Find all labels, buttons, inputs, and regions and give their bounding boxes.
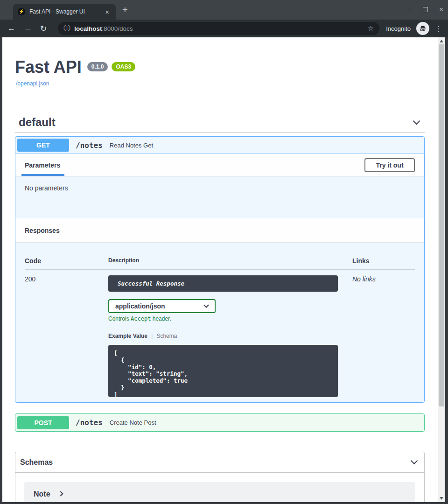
schemas-title: Schemas <box>20 458 53 467</box>
window-minimize-button[interactable]: – <box>408 5 412 14</box>
bookmark-star-icon[interactable]: ☆ <box>368 24 374 33</box>
incognito-icon <box>416 22 429 35</box>
responses-header: Responses <box>15 218 424 242</box>
window-close-button[interactable]: × <box>439 5 443 14</box>
media-type-select[interactable]: application/json <box>108 299 216 313</box>
scroll-down-arrow-icon[interactable] <box>440 497 443 500</box>
get-summary-row[interactable]: GET /notes Read Notes Get <box>15 137 424 154</box>
url-host: localhost <box>74 25 102 32</box>
forward-button[interactable]: → <box>24 24 32 33</box>
fastapi-favicon-bolt-icon: ⚡ <box>18 8 25 15</box>
api-title: Fast API <box>15 58 82 77</box>
scrollbar-thumb[interactable] <box>439 44 444 406</box>
chevron-down-icon[interactable] <box>411 457 418 465</box>
example-json-block: [ { "id": 0, "text": "string", "complete… <box>108 345 338 397</box>
post-path: /notes <box>76 418 103 427</box>
schemas-section: Schemas Note <box>15 452 425 502</box>
post-method-button[interactable]: POST <box>17 416 69 429</box>
no-links-text: No links <box>338 275 415 397</box>
browser-menu-kebab-icon[interactable]: ⋮ <box>435 24 442 33</box>
parameters-active-tab-underline <box>21 174 64 176</box>
parameters-header: Parameters Try it out <box>15 154 424 176</box>
get-method-button[interactable]: GET <box>17 139 69 152</box>
get-path: /notes <box>76 141 103 150</box>
browser-tab[interactable]: ⚡ Fast API - Swagger UI × <box>13 4 116 20</box>
tab-divider: | <box>151 332 153 339</box>
schemas-header[interactable]: Schemas <box>15 452 424 473</box>
accept-header-note: Controls Accept header. <box>108 315 338 322</box>
address-bar[interactable]: ⓘ localhost :8000/docs ☆ <box>58 22 379 35</box>
opblock-get-notes: GET /notes Read Notes Get Parameters Try… <box>15 136 425 403</box>
page-scrollbar[interactable] <box>438 37 445 502</box>
back-button[interactable]: ← <box>7 24 15 33</box>
chevron-right-icon[interactable] <box>58 491 63 496</box>
column-code: Code <box>25 257 108 265</box>
post-summary: Create Note Post <box>110 419 156 426</box>
swagger-page: Fast API 0.1.0 OAS3 /openapi.json defaul… <box>2 37 438 502</box>
browser-tab-strip: ⚡ Fast API - Swagger UI × + – × <box>0 0 448 20</box>
chevron-down-icon[interactable] <box>413 117 420 125</box>
openapi-spec-link[interactable]: /openapi.json <box>16 80 49 87</box>
get-summary: Read Notes Get <box>110 142 153 149</box>
column-description: Description <box>108 257 338 265</box>
responses-table-header: Code Description Links <box>25 249 415 270</box>
tag-section-default[interactable]: default <box>15 112 425 133</box>
model-note[interactable]: Note <box>24 482 415 502</box>
column-links: Links <box>338 257 415 265</box>
url-path: :8000/docs <box>102 25 133 32</box>
parameters-title: Parameters <box>25 161 60 169</box>
post-summary-row[interactable]: POST /notes Create Note Post <box>15 414 424 431</box>
response-code: 200 <box>25 275 108 397</box>
tab-title: Fast API - Swagger UI <box>29 8 103 15</box>
version-badge: 0.1.0 <box>87 62 108 71</box>
tag-name: default <box>19 116 56 129</box>
no-parameters-message: No parameters <box>25 184 68 192</box>
reload-button[interactable]: ↻ <box>40 24 47 34</box>
responses-title: Responses <box>25 227 60 234</box>
browser-toolbar: ← → ↻ ⓘ localhost :8000/docs ☆ Incognito… <box>0 20 448 37</box>
opblock-post-notes: POST /notes Create Note Post <box>15 413 425 432</box>
scroll-up-arrow-icon[interactable] <box>440 40 443 42</box>
incognito-label: Incognito <box>386 25 411 32</box>
window-maximize-button[interactable] <box>423 7 428 12</box>
new-tab-button[interactable]: + <box>122 5 128 15</box>
oas3-badge: OAS3 <box>112 62 135 71</box>
page-info-icon[interactable]: ⓘ <box>63 24 70 33</box>
tab-schema[interactable]: Schema <box>156 333 177 339</box>
tab-close-icon[interactable]: × <box>103 8 111 16</box>
response-description: Successful Response <box>108 275 338 292</box>
tab-example-value[interactable]: Example Value <box>108 333 147 339</box>
select-caret-icon <box>203 302 209 308</box>
try-it-out-button[interactable]: Try it out <box>364 158 415 172</box>
media-type-selected: application/json <box>115 302 165 310</box>
response-row-200: 200 Successful Response application/json… <box>25 275 415 397</box>
model-name: Note <box>34 490 50 498</box>
